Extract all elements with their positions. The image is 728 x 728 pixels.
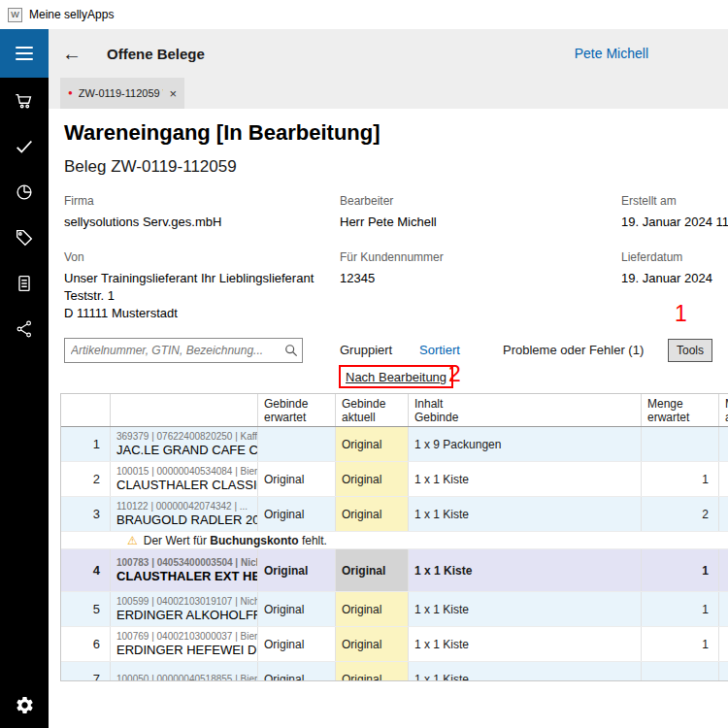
gear-icon [15,695,35,715]
info-von: Von Unser Trainingslieferant Ihr Lieblin… [64,250,314,322]
sidebar [0,29,49,728]
table-row[interactable]: 3 110122 | 00000042074342 | ... BRAUGOLD… [61,497,728,532]
bearbeiter-label: Bearbeiter [340,194,437,208]
table-row[interactable]: 5 100599 | 04002103019107 | Nich... ERDI… [61,592,728,627]
firma-label: Firma [64,194,221,208]
table-row-selected[interactable]: 4 100783 | 04053400003504 | Nich... CLAU… [61,549,728,592]
col-menge-aktuell-header: Menge aktuell [718,394,728,426]
kundennummer-label: Für Kundennummer [340,250,444,264]
von-line2: Teststr. 1 [64,287,314,305]
von-label: Von [64,250,314,264]
tools-button[interactable]: Tools [668,339,712,362]
col-menge-erwartet-header: Menge erwartet [641,394,718,426]
lieferdatum-value: 19. Januar 2024 [621,270,712,287]
page-title: Wareneingang [In Bearbeitung] [64,120,381,146]
info-kundennummer: Für Kundennummer 12345 [340,250,444,287]
sortiert-toggle[interactable]: Sortiert [419,343,460,357]
tab-document[interactable]: ● ZW-0119-112059 W... × [60,78,184,109]
sidebar-item-labels[interactable] [0,215,49,260]
sidebar-item-reports[interactable] [0,169,49,215]
cart-icon [14,90,35,112]
unsaved-dot-icon: ● [68,89,73,97]
window-title: Meine sellyApps [29,8,114,21]
probleme-filter[interactable]: Probleme oder Fehler (1) [503,343,644,357]
user-link[interactable]: Pete Michell [575,46,648,61]
annotation-1: 1 [675,303,687,325]
lieferdatum-label: Lieferdatum [621,250,712,264]
erstellt-value: 19. Januar 2024 11:2 [621,214,728,231]
tab-close-icon[interactable]: × [169,86,177,101]
kundennummer-value: 12345 [340,270,444,287]
sidebar-item-tasks[interactable] [0,123,49,169]
table-header-row: Gebinde erwartet Gebinde aktuell Inhalt … [61,394,728,427]
info-lieferdatum: Lieferdatum 19. Januar 2024 [621,250,712,287]
von-line1: Unser Trainingslieferant Ihr Lieblingsli… [64,270,314,287]
firma-value: sellysolutions Serv.ges.mbH [64,214,221,231]
info-firma: Firma sellysolutions Serv.ges.mbH [64,194,221,231]
pie-chart-icon [14,182,35,203]
annotation-box: Nach Bearbeitung [339,365,453,388]
gruppiert-toggle[interactable]: Gruppiert [340,343,392,357]
warning-text: Der Wert für Buchungskonto fehlt. [144,534,327,547]
search-icon[interactable] [281,344,302,357]
beleg-number: Beleg ZW-0119-112059 [64,157,237,177]
tab-label: ZW-0119-112059 W... [79,87,164,99]
search-box [64,338,303,363]
back-button[interactable]: ← [62,44,82,63]
col-article-header [110,394,257,426]
sidebar-item-share[interactable] [0,306,49,351]
journal-icon [14,273,35,294]
share-icon [14,318,35,340]
app-header: ← Offene Belege Pete Michell [49,29,728,78]
table-row[interactable]: 6 100769 | 04002103000037 | Bier... ERDI… [61,627,728,662]
warning-row: ⚠ Der Wert für Buchungskonto fehlt. [61,532,728,549]
erstellt-label: Erstellt am [621,194,728,208]
col-inhalt-header: Inhalt Gebinde [408,394,641,426]
sidebar-item-settings[interactable] [0,687,49,722]
sidebar-item-cart[interactable] [0,78,49,123]
table-row[interactable]: 2 100015 | 00000040534084 | Bier... CLAU… [61,462,728,497]
check-icon [14,136,35,157]
sidebar-item-journal[interactable] [0,260,49,306]
hamburger-menu-button[interactable] [0,29,49,78]
table-row[interactable]: 1 369379 | 07622400820250 | Kaff... JAC.… [61,427,728,462]
table-row[interactable]: 7 100050 | 00000040518855 | Bier... Orig… [61,662,728,681]
titlebar: W Meine sellyApps [0,0,728,29]
info-erstellt: Erstellt am 19. Januar 2024 11:2 [621,194,728,231]
page-header-title: Offene Belege [107,46,205,62]
col-gebinde-aktuell-header: Gebinde aktuell [335,394,408,426]
app-icon: W [8,8,22,22]
app-icon-letter: W [11,10,19,19]
bearbeiter-value: Herr Pete Michell [340,214,437,231]
main-content: Wareneingang [In Bearbeitung] Beleg ZW-0… [49,109,728,728]
sort-mode-link[interactable]: Nach Bearbeitung [346,370,447,384]
tag-icon [14,227,35,248]
warning-icon: ⚠ [127,535,138,546]
info-bearbeiter: Bearbeiter Herr Pete Michell [340,194,437,231]
col-gebinde-erwartet-header: Gebinde erwartet [257,394,335,426]
search-input[interactable] [65,339,281,362]
tab-bar: ● ZW-0119-112059 W... × [49,78,728,109]
positions-table: Gebinde erwartet Gebinde aktuell Inhalt … [60,393,728,681]
col-num-header [61,394,110,426]
von-line3: D 11111 Musterstadt [64,305,314,322]
